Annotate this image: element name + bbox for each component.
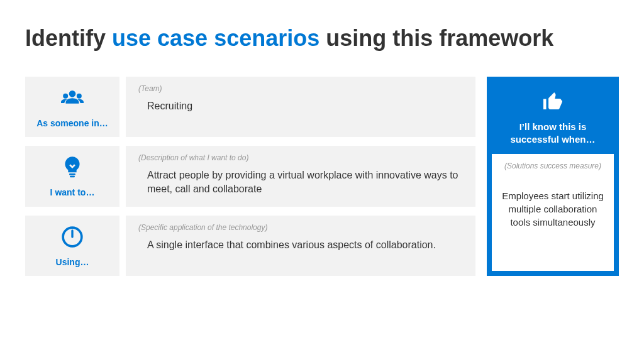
row-using: Using… (Specific application of the tech… xyxy=(25,216,475,276)
hint-using: (Specific application of the technology) xyxy=(138,223,463,232)
svg-rect-4 xyxy=(70,176,75,178)
slide: Identify use case scenarios using this f… xyxy=(0,0,644,362)
text-box-want: (Description of what I want to do) Attra… xyxy=(126,146,475,207)
svg-rect-3 xyxy=(69,173,75,175)
power-icon xyxy=(60,224,85,252)
svg-point-1 xyxy=(63,94,68,99)
body-using: A single interface that combines various… xyxy=(138,238,463,252)
success-body-box: (Solutions success measure) Employees st… xyxy=(492,154,614,271)
label-want: I want to… xyxy=(50,187,95,197)
icon-box-team: As someone in… xyxy=(25,77,119,137)
body-team: Recruiting xyxy=(138,99,463,113)
icon-box-using: Using… xyxy=(25,216,119,276)
success-title: I’ll know this is successful when… xyxy=(498,121,608,145)
text-box-team: (Team) Recruiting xyxy=(126,77,475,137)
label-team: As someone in… xyxy=(36,118,108,128)
people-icon xyxy=(60,85,85,113)
left-column: As someone in… (Team) Recruiting I want … xyxy=(25,77,475,276)
success-hint: (Solutions success measure) xyxy=(501,162,605,170)
icon-box-want: I want to… xyxy=(25,146,119,207)
label-using: Using… xyxy=(56,257,89,267)
thumbs-up-icon xyxy=(541,104,564,115)
text-box-using: (Specific application of the technology)… xyxy=(126,216,475,276)
row-team: As someone in… (Team) Recruiting xyxy=(25,77,475,137)
success-body: Employees start utilizing multiple colla… xyxy=(501,189,605,229)
title-pre: Identify xyxy=(25,25,112,51)
slide-title: Identify use case scenarios using this f… xyxy=(25,25,619,52)
svg-point-2 xyxy=(77,94,82,99)
title-accent: use case scenarios xyxy=(112,25,319,51)
success-header: I’ll know this is successful when… xyxy=(492,82,614,154)
svg-point-0 xyxy=(69,90,76,97)
content-area: As someone in… (Team) Recruiting I want … xyxy=(25,77,619,276)
body-want: Attract people by providing a virtual wo… xyxy=(138,168,463,197)
row-want: I want to… (Description of what I want t… xyxy=(25,146,475,207)
lightbulb-icon xyxy=(60,155,85,182)
title-post: using this framework xyxy=(319,25,553,51)
svg-rect-5 xyxy=(71,229,73,238)
success-panel: I’ll know this is successful when… (Solu… xyxy=(487,77,619,276)
hint-team: (Team) xyxy=(138,84,463,93)
hint-want: (Description of what I want to do) xyxy=(138,153,463,162)
